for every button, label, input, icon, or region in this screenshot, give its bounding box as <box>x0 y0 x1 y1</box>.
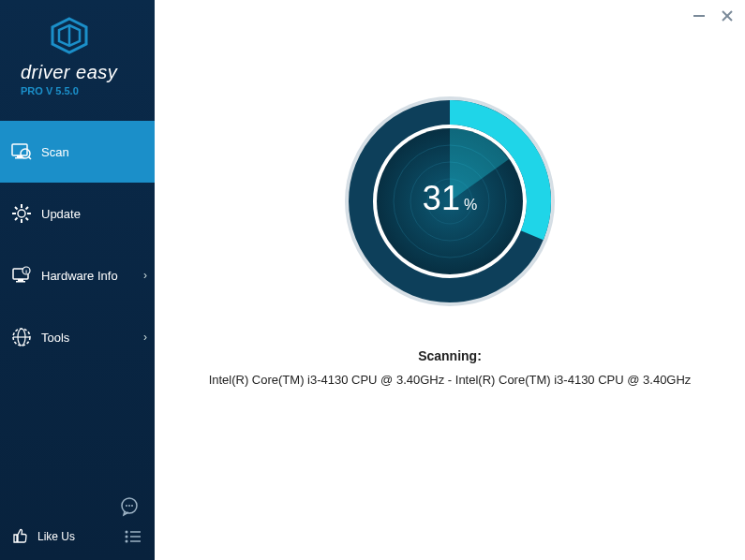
scan-status-label: Scanning: <box>418 348 482 363</box>
tools-icon <box>11 327 32 347</box>
svg-point-33 <box>126 540 128 543</box>
sidebar-footer: Like Us <box>0 487 155 560</box>
svg-point-31 <box>126 536 128 538</box>
sidebar-item-update[interactable]: Update <box>0 183 155 244</box>
sidebar-item-hardware[interactable]: i Hardware Info › <box>0 244 155 306</box>
logo-area: driver easy PRO V 5.5.0 <box>0 0 155 104</box>
svg-rect-19 <box>16 281 25 283</box>
scan-device-text: Intel(R) Core(TM) i3-4130 CPU @ 3.40GHz … <box>190 373 710 387</box>
sidebar-item-label: Scan <box>41 145 69 159</box>
minimize-button[interactable] <box>691 7 708 24</box>
progress-percent: 31 % <box>423 179 477 218</box>
svg-point-28 <box>131 505 133 507</box>
percent-value: 31 <box>423 179 460 218</box>
svg-rect-18 <box>18 279 23 281</box>
thumbs-up-icon <box>11 527 30 546</box>
menu-icon[interactable] <box>123 526 143 547</box>
footer-icons <box>11 496 143 517</box>
window-controls <box>691 7 736 24</box>
svg-line-7 <box>29 157 32 160</box>
svg-point-27 <box>128 505 130 507</box>
feedback-icon[interactable] <box>119 496 140 517</box>
svg-line-13 <box>15 207 18 210</box>
sidebar: driver easy PRO V 5.5.0 Scan <box>0 0 155 560</box>
sidebar-item-label: Tools <box>41 331 69 345</box>
svg-rect-3 <box>12 144 27 155</box>
like-us-button[interactable]: Like Us <box>11 527 75 546</box>
close-button[interactable] <box>719 7 736 24</box>
scan-icon <box>11 141 32 162</box>
like-us-label: Like Us <box>37 530 75 543</box>
svg-line-14 <box>26 218 29 221</box>
sidebar-item-label: Update <box>41 207 81 221</box>
app-name: driver easy <box>21 62 117 83</box>
svg-point-29 <box>126 531 128 534</box>
gear-icon <box>11 203 32 224</box>
svg-point-8 <box>18 210 25 217</box>
sidebar-item-label: Hardware Info <box>41 269 118 283</box>
percent-suffix: % <box>464 197 477 214</box>
chevron-right-icon: › <box>143 331 147 344</box>
svg-line-16 <box>26 207 29 210</box>
hardware-info-icon: i <box>11 265 32 286</box>
app-version: PRO V 5.5.0 <box>21 85 79 96</box>
chevron-right-icon: › <box>143 269 147 282</box>
sidebar-item-tools[interactable]: Tools › <box>0 306 155 368</box>
progress-ring: 31 % <box>342 94 558 309</box>
svg-point-26 <box>126 505 127 507</box>
app-logo-icon <box>49 17 90 58</box>
sidebar-item-scan[interactable]: Scan <box>0 121 155 183</box>
main-content: 31 % Scanning: Intel(R) Core(TM) i3-4130… <box>155 0 745 560</box>
nav: Scan Update <box>0 121 155 487</box>
scan-area: 31 % Scanning: Intel(R) Core(TM) i3-4130… <box>155 0 745 387</box>
svg-line-15 <box>15 218 18 221</box>
